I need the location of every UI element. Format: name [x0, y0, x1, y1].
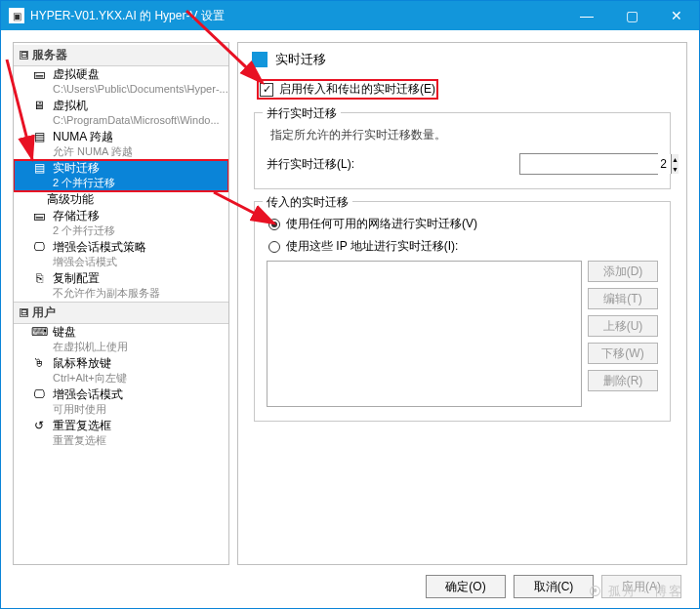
user-section-header[interactable]: ⊟ 用户: [14, 302, 228, 324]
enable-migration-row[interactable]: ✓ 启用传入和传出的实时迁移(E): [258, 80, 437, 99]
tree-item-label: 重置复选框: [53, 419, 111, 433]
titlebar: ▣ HYPER-V01.YKX.AI 的 Hyper-V 设置 — ▢ ✕: [1, 1, 699, 30]
minimize-button[interactable]: —: [564, 1, 609, 30]
edit-button: 编辑(T): [588, 288, 658, 309]
ok-button[interactable]: 确定(O): [426, 575, 506, 598]
cancel-button[interactable]: 取消(C): [514, 575, 594, 598]
tree-item-sublabel: C:\Users\Public\Documents\Hyper-...: [53, 82, 228, 97]
tree-item-label: 键盘: [53, 325, 128, 340]
ip-listbox[interactable]: [267, 261, 582, 407]
tree-item-sublabel: 在虚拟机上使用: [53, 340, 128, 354]
tree-item-label: 增强会话模式: [53, 387, 123, 402]
parallel-field-row: 并行实时迁移(L): ▲▼: [267, 153, 658, 175]
parallel-field-label: 并行实时迁移(L):: [267, 156, 374, 173]
radio-any-network[interactable]: 使用任何可用的网络进行实时迁移(V): [268, 216, 658, 232]
tree-item-icon: ▤: [31, 130, 47, 143]
tree-item-sublabel: 可用时使用: [53, 402, 123, 417]
tree-item-sublabel: 不允许作为副本服务器: [53, 286, 160, 301]
parallel-group: 并行实时迁移 指定所允许的并行实时迁移数量。 并行实时迁移(L): ▲▼: [254, 112, 671, 189]
incoming-legend: 传入的实时迁移: [263, 194, 352, 211]
tree-item-sublabel: C:\ProgramData\Microsoft\Windo...: [53, 113, 220, 128]
tree-item-label: 鼠标释放键: [53, 356, 127, 371]
tree-item[interactable]: 🖥虚拟机C:\ProgramData\Microsoft\Windo...: [14, 98, 228, 129]
tree-item-icon: ⎘: [31, 271, 47, 285]
tree-item-label: 存储迁移: [53, 209, 115, 223]
tree-item-sublabel: 2 个并行迁移: [53, 176, 115, 190]
tree-item-sublabel: 2 个并行迁移: [53, 223, 115, 238]
parallel-count-input[interactable]: ▲▼: [519, 153, 658, 175]
tree-item-icon: 🖴: [31, 67, 47, 81]
enable-migration-label: 启用传入和传出的实时迁移(E): [279, 81, 435, 98]
parallel-count-value[interactable]: [520, 154, 671, 174]
tree-item-sublabel: 增强会话模式: [53, 255, 146, 269]
tree-item-icon: ⌨: [31, 325, 47, 339]
tree-item[interactable]: 🖵增强会话模式策略增强会话模式: [14, 239, 228, 270]
server-section-header[interactable]: ⊟ 服务器: [14, 45, 228, 66]
user-section-label: 用户: [32, 304, 56, 321]
tree-item-icon: ↺: [31, 419, 47, 432]
window-title: HYPER-V01.YKX.AI 的 Hyper-V 设置: [30, 8, 564, 24]
radio-ip-label: 使用这些 IP 地址进行实时迁移(I):: [286, 238, 458, 255]
tree-item-label: NUMA 跨越: [53, 130, 133, 144]
radio-icon[interactable]: [268, 219, 280, 230]
tree-item-sublabel: Ctrl+Alt+向左键: [53, 371, 127, 386]
movedown-button: 下移(W): [588, 343, 658, 364]
server-section-label: 服务器: [32, 47, 67, 63]
tree-item[interactable]: 🖰鼠标释放键Ctrl+Alt+向左键: [14, 355, 228, 386]
caret-icon[interactable]: ⊟: [20, 308, 28, 317]
caret-icon[interactable]: ⊟: [20, 51, 28, 60]
pane-heading: 实时迁移: [252, 51, 673, 68]
tree-item-icon: 🖥: [31, 99, 47, 112]
spin-up-icon[interactable]: ▲: [672, 154, 679, 164]
tree-item-label: 虚拟硬盘: [53, 67, 228, 82]
radio-icon[interactable]: [268, 241, 280, 253]
ip-list-row: 添加(D) 编辑(T) 上移(U) 下移(W) 删除(R): [267, 261, 658, 407]
tree-item-label: 虚拟机: [53, 99, 220, 113]
tree-item-icon: 🖴: [31, 209, 47, 223]
tree-item[interactable]: ⌨键盘在虚拟机上使用: [14, 324, 228, 355]
tree-item[interactable]: 🖴虚拟硬盘C:\Users\Public\Documents\Hyper-...: [14, 66, 228, 98]
tree-item[interactable]: 🖴存储迁移2 个并行迁移: [14, 208, 228, 239]
tree-item[interactable]: ⎘复制配置不允许作为副本服务器: [14, 270, 228, 302]
tree-item[interactable]: 🖵增强会话模式可用时使用: [14, 386, 228, 418]
enable-migration-checkbox[interactable]: ✓: [260, 83, 273, 97]
tree-item[interactable]: ▤实时迁移2 个并行迁移: [14, 160, 228, 191]
panes: ⊟ 服务器 🖴虚拟硬盘C:\Users\Public\Documents\Hyp…: [1, 30, 699, 565]
tree-item-label: 复制配置: [53, 271, 160, 286]
tree-item-label: 增强会话模式策略: [53, 240, 146, 255]
maximize-button[interactable]: ▢: [609, 1, 654, 30]
pane-title: 实时迁移: [275, 51, 326, 68]
add-button: 添加(D): [588, 261, 658, 282]
tree-item-sublabel: 重置复选框: [53, 433, 111, 448]
remove-button: 删除(R): [588, 370, 658, 391]
tree-item-icon: ▤: [31, 161, 47, 175]
parallel-desc: 指定所允许的并行实时迁移数量。: [270, 127, 658, 143]
radio-specific-ip[interactable]: 使用这些 IP 地址进行实时迁移(I):: [268, 238, 658, 255]
incoming-group: 传入的实时迁移 使用任何可用的网络进行实时迁移(V) 使用这些 IP 地址进行实…: [254, 201, 671, 422]
content-pane: 实时迁移 ✓ 启用传入和传出的实时迁移(E) 并行实时迁移 指定所允许的并行实时…: [237, 42, 687, 565]
tree-item-label: 高级功能: [47, 192, 94, 207]
tree-item[interactable]: ▤NUMA 跨越允许 NUMA 跨越: [14, 129, 228, 160]
tree-item-icon: 🖵: [31, 387, 47, 401]
spin-down-icon[interactable]: ▼: [672, 164, 679, 174]
ip-buttons: 添加(D) 编辑(T) 上移(U) 下移(W) 删除(R): [588, 261, 658, 407]
tree-item[interactable]: ↺重置复选框重置复选框: [14, 418, 228, 449]
window-buttons: — ▢ ✕: [564, 1, 699, 30]
spinner[interactable]: ▲▼: [671, 154, 679, 174]
tree-item[interactable]: 高级功能: [14, 191, 228, 208]
watermark: ⦿ 孤舟 · 博客: [589, 583, 683, 600]
tree-item-sublabel: 允许 NUMA 跨越: [53, 144, 133, 159]
close-button[interactable]: ✕: [654, 1, 699, 30]
tree-item-icon: 🖰: [31, 356, 47, 370]
live-migration-icon: [252, 52, 268, 67]
tree-item-icon: 🖵: [31, 240, 47, 254]
nav-tree[interactable]: ⊟ 服务器 🖴虚拟硬盘C:\Users\Public\Documents\Hyp…: [13, 42, 229, 565]
app-icon: ▣: [9, 8, 24, 23]
radio-any-label: 使用任何可用的网络进行实时迁移(V): [286, 216, 477, 232]
body: ⊟ 服务器 🖴虚拟硬盘C:\Users\Public\Documents\Hyp…: [1, 30, 699, 608]
tree-item-label: 实时迁移: [53, 161, 115, 176]
settings-window: ▣ HYPER-V01.YKX.AI 的 Hyper-V 设置 — ▢ ✕ ⊟ …: [0, 0, 700, 609]
moveup-button: 上移(U): [588, 315, 658, 337]
parallel-legend: 并行实时迁移: [263, 105, 341, 122]
